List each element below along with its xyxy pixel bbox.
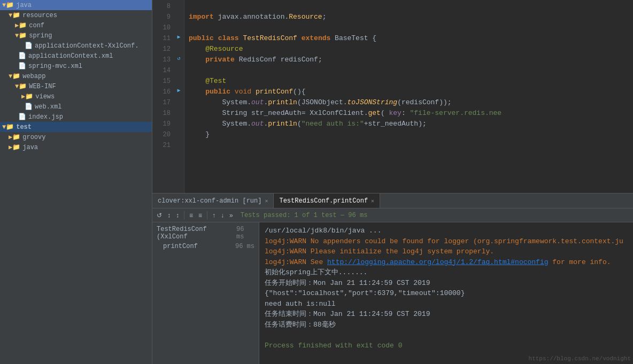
sidebar-item-appcontext-xml[interactable]: ▶ 📄 applicationContext.xml: [0, 51, 152, 61]
run-item-time: 96 ms: [235, 243, 254, 250]
sidebar-item-resources[interactable]: ▼ 📁 resources: [0, 10, 152, 20]
code-line-12: @Resource: [189, 44, 633, 55]
folder-expand-icon: ▶: [9, 133, 12, 141]
folder-icon: 📁: [12, 72, 20, 80]
sidebar-item-label: groovy: [22, 134, 45, 141]
folder-icon: 📁: [12, 133, 20, 141]
code-line-19: System.out.println("need auth is:"+str_n…: [189, 119, 633, 129]
sidebar-item-label: java: [22, 144, 38, 151]
sidebar-item-conf[interactable]: ▶ 📁 conf: [0, 20, 152, 30]
down-button[interactable]: ↓: [219, 211, 226, 220]
folder-icon: 📁: [6, 123, 14, 131]
folder-expand-icon: ▼: [15, 32, 19, 40]
file-tree-sidebar: ▼ 📁 java ▼ 📁 resources ▶ 📁 conf ▼ 📁 spri…: [0, 0, 152, 364]
folder-icon: 📁: [19, 32, 27, 40]
run-item-printconf[interactable]: printConf 96 ms: [155, 242, 257, 251]
sidebar-item-label: views: [35, 93, 55, 100]
sidebar-item-test[interactable]: ▼ 📁 test: [0, 122, 152, 132]
console-line-exit: Process finished with exit code 0: [265, 340, 628, 351]
bottom-toolbar: ↺ ↕ ↕ ≡ ≡ ↑ ↓ » Tests passed: 1 of 1 tes…: [152, 208, 633, 222]
sidebar-item-spring-mvc-xml[interactable]: ▶ 📄 spring-mvc.xml: [0, 61, 152, 71]
run-icon[interactable]: ▶: [177, 86, 180, 96]
gutter: ▶ ↺ ▶: [174, 0, 184, 193]
sort-desc-button[interactable]: ↕: [174, 211, 181, 220]
sidebar-item-label: conf: [29, 22, 44, 29]
expand-button[interactable]: ≡: [187, 211, 195, 220]
sidebar-item-label: java: [16, 2, 32, 9]
console-line-cost: 任务话费时间：88毫秒: [265, 320, 628, 330]
toolbar-separator2: [207, 211, 207, 220]
collapse-button[interactable]: ≡: [196, 211, 204, 220]
code-line-13: private RedisConf redisConf;: [189, 55, 633, 65]
sidebar-item-spring[interactable]: ▼ 📁 spring: [0, 30, 152, 41]
folder-expand-icon: ▼: [9, 73, 12, 80]
folder-expand-icon: ▼: [2, 2, 6, 9]
test-result: Tests passed: 1 of 1 test — 96 ms: [241, 212, 368, 219]
xml-file-icon: 📄: [18, 62, 26, 70]
tab-run-label: clover:xxl-conf-admin [run]: [158, 197, 261, 205]
sidebar-item-label: resources: [22, 12, 57, 19]
sidebar-item-views[interactable]: ▶ 📁 views: [0, 91, 152, 102]
console-line-warn3: log4j:WARN See http://logging.apache.org…: [265, 257, 628, 268]
folder-expand-icon: ▶: [15, 21, 19, 29]
up-button[interactable]: ↑: [210, 211, 218, 220]
code-line-11: public class TestRedisConf extends BaseT…: [189, 33, 633, 44]
tab-test-label: TestRedisConf.printConf: [279, 197, 368, 205]
more-button[interactable]: »: [227, 211, 235, 220]
sidebar-item-java[interactable]: ▼ 📁 java: [0, 0, 152, 10]
run-tree-sidebar: TestRedisConf (XxlConf 96 ms printConf 9…: [152, 222, 259, 364]
sidebar-item-appcontext-xxlconf[interactable]: ▶ 📄 applicationContext-XxlConf.: [0, 41, 152, 51]
sidebar-item-label: web.xml: [35, 103, 61, 111]
close-tab-test-button[interactable]: ✕: [371, 198, 374, 204]
log4j-faq-link[interactable]: http://logging.apache.org/log4j/1.2/faq.…: [327, 258, 548, 266]
close-tab-run-button[interactable]: ✕: [265, 198, 268, 204]
sidebar-item-web-xml[interactable]: ▶ 📄 web.xml: [0, 102, 152, 112]
sidebar-item-webinf[interactable]: ▼ 📁 WEB-INF: [0, 81, 152, 91]
sort-asc-button[interactable]: ↕: [165, 211, 173, 220]
folder-icon: 📁: [19, 82, 27, 90]
sidebar-item-label: applicationContext.xml: [28, 52, 113, 60]
code-line-14: [189, 65, 633, 76]
run-icon[interactable]: ↺: [177, 53, 180, 64]
console-line-warn1: log4j:WARN No appenders could be found f…: [265, 236, 628, 247]
toolbar-separator: [184, 211, 184, 220]
sidebar-item-label: test: [16, 123, 32, 131]
sidebar-item-webapp[interactable]: ▼ 📁 webapp: [0, 71, 152, 81]
tab-test[interactable]: TestRedisConf.printConf ✕: [274, 193, 380, 208]
folder-expand-icon: ▶: [21, 92, 25, 100]
line-numbers: 8 9 10 11 12 13 14 15 16 17 18 19 20 21: [152, 0, 174, 193]
sidebar-item-label: spring-mvc.xml: [28, 63, 82, 70]
console-line-auth: need auth is:null: [265, 299, 628, 309]
sidebar-item-index-jsp[interactable]: ▶ 📄 index.jsp: [0, 112, 152, 122]
sidebar-item-label: applicationContext-XxlConf.: [35, 42, 138, 50]
code-editor[interactable]: 8 9 10 11 12 13 14 15 16 17 18 19 20 21: [152, 0, 633, 193]
code-content[interactable]: import javax.annotation.Resource; public…: [184, 0, 633, 193]
xml-file-icon: 📄: [18, 52, 26, 60]
folder-icon: 📁: [25, 92, 33, 100]
sidebar-item-label: WEB-INF: [29, 83, 56, 90]
console-output[interactable]: /usr/local/jdk8/bin/java ... log4j:WARN …: [259, 222, 633, 364]
folder-icon: 📁: [19, 21, 27, 29]
bottom-panel: clover:xxl-conf-admin [run] ✕ TestRedisC…: [152, 193, 633, 364]
bottom-panel-wrapper: clover:xxl-conf-admin [run] ✕ TestRedisC…: [152, 193, 633, 364]
folder-expand-icon: ▼: [2, 123, 6, 131]
code-line-17: System.out.println(JSONObject.toJSONStri…: [189, 97, 633, 108]
folder-icon: 📁: [12, 11, 20, 19]
xml-file-icon: 📄: [25, 42, 33, 50]
folder-icon: 📁: [6, 1, 14, 9]
sidebar-item-label: webapp: [22, 73, 45, 80]
rerun-button[interactable]: ↺: [155, 211, 164, 220]
run-item-time: 96 ms: [236, 226, 254, 241]
console-line-start-time: 任务开始时间：Mon Jan 21 11:24:59 CST 2019: [265, 278, 628, 289]
run-icon[interactable]: ▶: [177, 32, 180, 43]
sidebar-item-groovy[interactable]: ▶ 📁 groovy: [0, 132, 152, 142]
watermark: https://blog.csdn.ne/vodnight: [529, 355, 631, 362]
console-line-warn2: log4j:WARN Please initialize the log4j s…: [265, 246, 628, 257]
console-line-init: 初始化spring上下文中.......: [265, 267, 628, 278]
code-line-18: String str_needAuth= XxlConfClient.get( …: [189, 108, 633, 119]
run-item-testredisconf[interactable]: TestRedisConf (XxlConf 96 ms: [155, 224, 257, 242]
code-line-10: [189, 22, 633, 33]
tab-run[interactable]: clover:xxl-conf-admin [run] ✕: [152, 193, 274, 208]
sidebar-item-label: index.jsp: [28, 113, 63, 121]
sidebar-item-java2[interactable]: ▶ 📁 java: [0, 142, 152, 152]
